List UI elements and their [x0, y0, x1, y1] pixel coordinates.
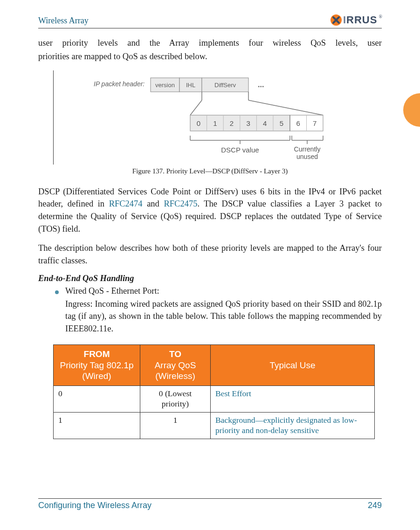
registered-icon: ® — [379, 14, 382, 19]
svg-text:4: 4 — [263, 119, 267, 127]
page-header: Wireless Array IRRUS ® — [38, 13, 382, 28]
svg-text:unused: unused — [296, 153, 318, 160]
svg-text:3: 3 — [246, 119, 250, 127]
intro-line-1: user priority levels and the Array imple… — [38, 37, 382, 49]
table-header-row: FROM Priority Tag 802.1p (Wired) TO Arra… — [54, 344, 375, 385]
svg-text:Currently: Currently — [294, 145, 321, 153]
brand-logo: IRRUS ® — [330, 13, 382, 26]
text: and — [143, 199, 164, 208]
svg-line-7 — [248, 100, 323, 115]
cell-to: 0 (Lowest priority) — [140, 386, 211, 413]
svg-text:5: 5 — [280, 119, 283, 127]
label-diffserv: DiffServ — [214, 82, 236, 89]
dscp-paragraph: DSCP (Differentiated Services Code Point… — [38, 186, 382, 235]
label-version: version — [155, 82, 175, 89]
page: Wireless Array IRRUS ® user priority lev… — [0, 0, 420, 530]
ingress-paragraph: Ingress: Incoming wired packets are assi… — [65, 298, 382, 335]
bullet-wired-qos: Wired QoS - Ethernet Port: — [55, 286, 382, 296]
xirrus-x-icon — [330, 14, 342, 26]
cell-from: 1 — [54, 412, 140, 439]
brand-wordmark: IRRUS — [343, 14, 377, 26]
cell-from: 0 — [54, 386, 140, 413]
label-dscp-value: DSCP value — [221, 146, 259, 154]
intro-line-2: priorities are mapped to QoS as describe… — [38, 50, 382, 63]
footer-section: Configuring the Wireless Array — [38, 501, 151, 510]
label-dots: ... — [258, 81, 264, 89]
figure: IP packet header: version IHL DiffServ .… — [59, 73, 382, 162]
col-use: Typical Use — [211, 344, 375, 385]
figure-caption: Figure 137. Priority Level—DSCP (DiffSer… — [38, 167, 382, 175]
bullet-text: Wired QoS - Ethernet Port: — [65, 286, 159, 296]
svg-text:0: 0 — [197, 119, 200, 127]
svg-text:7: 7 — [313, 119, 317, 127]
link-rfc2475[interactable]: RFC2475 — [164, 199, 197, 208]
bullet-icon — [55, 290, 59, 294]
svg-line-6 — [190, 100, 202, 115]
cell-use: Best Effort — [211, 386, 375, 413]
page-footer: Configuring the Wireless Array 249 — [38, 498, 382, 510]
cell-use: Background—explicitly designated as low-… — [211, 412, 375, 439]
label-ip-packet-header: IP packet header: — [94, 80, 145, 88]
table-row: 0 0 (Lowest priority) Best Effort — [54, 386, 375, 413]
svg-text:6: 6 — [296, 119, 300, 127]
side-tab — [403, 93, 420, 127]
label-ihl: IHL — [186, 82, 195, 89]
footer-page-number: 249 — [368, 501, 382, 510]
figure-wrap: IP packet header: version IHL DiffServ .… — [53, 70, 382, 165]
qos-mapping-table: FROM Priority Tag 802.1p (Wired) TO Arra… — [53, 344, 375, 439]
col-to: TO Array QoS (Wireless) — [140, 344, 211, 385]
byte-row: 0 1 2 3 4 5 6 7 — [190, 115, 323, 131]
subheading-qos: End-to-End QoS Handling — [38, 274, 382, 283]
header-title: Wireless Array — [38, 13, 89, 26]
table-row: 1 1 Background—explicitly designated as … — [54, 412, 375, 439]
mapping-paragraph: The description below describes how both… — [38, 242, 382, 267]
cell-to: 1 — [140, 412, 211, 439]
svg-text:2: 2 — [230, 119, 234, 127]
svg-text:1: 1 — [213, 119, 217, 127]
col-from: FROM Priority Tag 802.1p (Wired) — [54, 344, 140, 385]
dscp-diagram: IP packet header: version IHL DiffServ .… — [90, 73, 351, 162]
link-rfc2474[interactable]: RFC2474 — [109, 199, 143, 208]
